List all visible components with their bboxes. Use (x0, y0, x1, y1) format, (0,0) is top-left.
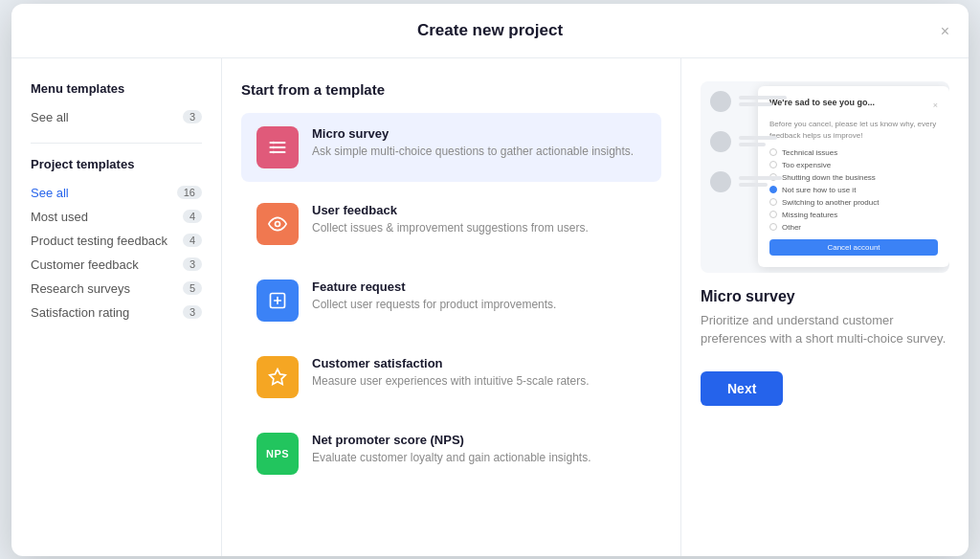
right-template-name: Micro survey (701, 288, 949, 305)
feature-request-name: Feature request (312, 280, 556, 294)
survey-preview-popup: We're sad to see you go... × Before you … (758, 86, 949, 266)
preview-option-label-6: Other (782, 223, 801, 232)
sidebar-divider (31, 143, 202, 144)
avatar-line (739, 136, 777, 140)
sidebar-item-badge: 4 (183, 234, 202, 247)
avatar-decoration (710, 91, 787, 192)
user-feedback-icon (256, 203, 299, 245)
right-panel: We're sad to see you go... × Before you … (681, 58, 969, 556)
customer-satisfaction-icon (256, 356, 299, 398)
sidebar-item-badge: 3 (183, 305, 202, 319)
preview-option-2: Shutting down the business (769, 173, 938, 182)
preview-option-3: Not sure how to use it (769, 186, 938, 194)
preview-option-label-1: Too expensive (782, 161, 831, 169)
user-feedback-info: User feedback Collect issues & improveme… (312, 203, 589, 236)
sidebar-item-label: See all (31, 186, 69, 200)
user-feedback-name: User feedback (312, 203, 589, 217)
feature-request-icon (256, 280, 299, 322)
sidebar-item-most-used[interactable]: Most used 4 (31, 205, 202, 229)
preview-radio-5 (769, 211, 777, 218)
template-preview: We're sad to see you go... × Before you … (701, 81, 949, 273)
project-items-list: See all 16 Most used 4 Product testing f… (31, 181, 202, 324)
sidebar-item-label: Satisfaction rating (31, 305, 129, 320)
preview-option-label-4: Switching to another product (782, 198, 879, 207)
preview-close-icon: × (933, 101, 938, 110)
preview-radio-6 (769, 223, 777, 231)
sidebar-item-label: Most used (31, 210, 88, 224)
preview-cancel-btn: Cancel account (769, 239, 938, 256)
modal-title: Create new project (417, 21, 563, 40)
preview-options-list: Technical issues Too expensive Shutting … (769, 148, 938, 232)
sidebar-item-badge: 3 (183, 257, 202, 271)
micro-survey-desc: Ask simple multi-choice questions to gat… (312, 144, 634, 160)
micro-survey-icon (256, 126, 299, 168)
project-templates-title: Project templates (31, 157, 202, 171)
avatar-line (739, 183, 768, 187)
sidebar-item-menu-see-all-label: See all (31, 110, 69, 124)
right-template-desc: Prioritize and understand customer prefe… (701, 311, 949, 348)
template-card-user-feedback[interactable]: User feedback Collect issues & improveme… (241, 190, 661, 258)
preview-option-label-2: Shutting down the business (782, 173, 876, 182)
avatar-row-3 (710, 171, 787, 192)
avatar-row-1 (710, 91, 787, 112)
preview-option-label-3: Not sure how to use it (782, 186, 856, 194)
template-card-micro-survey[interactable]: Micro survey Ask simple multi-choice que… (241, 113, 661, 182)
avatar-line (739, 176, 782, 180)
feature-request-info: Feature request Collect user requests fo… (312, 280, 556, 313)
avatar-line (739, 102, 772, 106)
sidebar-item-satisfaction-rating[interactable]: Satisfaction rating 3 (31, 301, 202, 324)
sidebar-item-badge: 5 (183, 281, 202, 295)
right-info: Micro survey Prioritize and understand c… (701, 288, 949, 348)
sidebar-item-menu-see-all-badge: 3 (183, 110, 202, 123)
nps-desc: Evaluate customer loyalty and gain actio… (312, 450, 591, 466)
close-button[interactable]: × (941, 22, 949, 39)
close-icon: × (941, 23, 949, 39)
avatar-line (739, 96, 787, 100)
start-from-template-title: Start from a template (241, 81, 661, 98)
preview-option-6: Other (769, 223, 938, 232)
preview-sub: Before you cancel, please let us know wh… (769, 119, 938, 140)
modal-body: Menu templates See all 3 Project templat… (11, 58, 969, 556)
menu-templates-title: Menu templates (31, 81, 202, 96)
modal-header: Create new project × (11, 4, 969, 58)
svg-marker-10 (270, 369, 286, 384)
preview-option-0: Technical issues (769, 148, 938, 157)
template-card-nps[interactable]: NPS Net promoter score (NPS) Evaluate cu… (241, 419, 661, 488)
avatar-row-2 (710, 131, 787, 152)
customer-satisfaction-desc: Measure user experiences with intuitive … (312, 373, 589, 390)
main-content: Start from a template Micro survey Ask s… (222, 58, 681, 556)
sidebar-item-label: Research surveys (31, 281, 130, 296)
avatar-lines-3 (739, 176, 782, 187)
sidebar-item-product-testing-feedback[interactable]: Product testing feedback 4 (31, 229, 202, 253)
svg-point-3 (273, 141, 276, 144)
customer-satisfaction-name: Customer satisfaction (312, 356, 589, 370)
svg-point-5 (273, 150, 276, 153)
avatar-3 (710, 171, 731, 192)
sidebar: Menu templates See all 3 Project templat… (11, 58, 222, 556)
micro-survey-name: Micro survey (312, 126, 634, 141)
sidebar-item-label: Customer feedback (31, 257, 139, 272)
create-project-modal: Create new project × Menu templates See … (11, 4, 969, 556)
avatar-line (739, 143, 766, 146)
sidebar-item-customer-feedback[interactable]: Customer feedback 3 (31, 253, 202, 277)
template-cards-list: Micro survey Ask simple multi-choice que… (241, 113, 661, 488)
preview-option-4: Switching to another product (769, 198, 938, 207)
svg-point-6 (276, 221, 280, 226)
avatar-2 (710, 131, 731, 152)
next-button[interactable]: Next (701, 371, 783, 406)
svg-point-4 (273, 145, 276, 148)
preview-radio-4 (769, 198, 777, 206)
template-card-feature-request[interactable]: Feature request Collect user requests fo… (241, 266, 661, 335)
sidebar-item-badge: 4 (183, 210, 202, 223)
customer-satisfaction-info: Customer satisfaction Measure user exper… (312, 356, 589, 390)
sidebar-item-research-surveys[interactable]: Research surveys 5 (31, 277, 202, 301)
sidebar-item-see-all[interactable]: See all 16 (31, 181, 202, 205)
sidebar-item-label: Product testing feedback (31, 234, 167, 248)
user-feedback-desc: Collect issues & improvement suggestions… (312, 220, 589, 236)
feature-request-desc: Collect user requests for product improv… (312, 297, 556, 313)
nps-name: Net promoter score (NPS) (312, 433, 591, 447)
nps-info: Net promoter score (NPS) Evaluate custom… (312, 433, 591, 466)
template-card-customer-satisfaction[interactable]: Customer satisfaction Measure user exper… (241, 343, 661, 412)
avatar-1 (710, 91, 731, 112)
sidebar-item-menu-see-all[interactable]: See all 3 (31, 105, 202, 129)
